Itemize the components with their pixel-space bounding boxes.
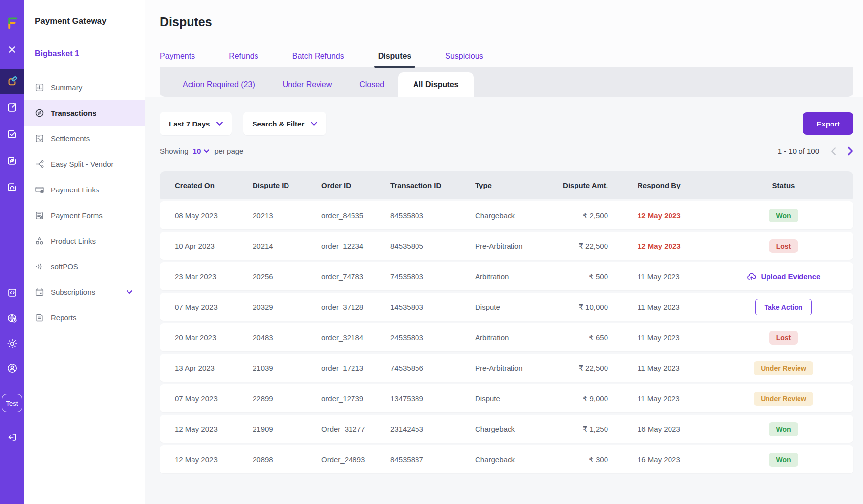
gear-icon[interactable]: [0, 337, 24, 350]
subtab-closed[interactable]: Closed: [359, 72, 384, 97]
subtab-all-disputes[interactable]: All Disputes: [398, 72, 473, 97]
search-filter-button[interactable]: Search & Filter: [243, 112, 326, 135]
prev-page-icon[interactable]: [831, 147, 836, 156]
page-header: Disputes PaymentsRefundsBatch RefundsDis…: [145, 0, 863, 97]
sidebar-item-payment-links[interactable]: Payment Links: [24, 177, 145, 202]
sidebar-item-reports[interactable]: Reports: [24, 305, 145, 330]
per-page-label: per page: [214, 147, 243, 155]
table-header: Created On Dispute ID Order ID Transacti…: [160, 171, 853, 199]
take-action-button[interactable]: Take Action: [755, 299, 812, 315]
logout-icon[interactable]: [0, 431, 24, 443]
table-row[interactable]: 13 Apr 202321039order_1721374535856Pre-A…: [160, 354, 853, 382]
table-row[interactable]: 10 Apr 202320214order_1223484535805Pre-A…: [160, 232, 853, 260]
tab-suspicious[interactable]: Suspicious: [445, 52, 483, 67]
cell-type: Dispute: [475, 394, 561, 403]
status-badge-won: Won: [769, 453, 798, 467]
subtab-under-review[interactable]: Under Review: [283, 72, 332, 97]
brand-logo: [0, 14, 24, 32]
clipboard-code-icon[interactable]: [0, 286, 24, 299]
table-row[interactable]: 12 May 202320898Order_2489384535837Charg…: [160, 445, 853, 473]
date-range-filter[interactable]: Last 7 Days: [160, 112, 232, 135]
card-icon: [35, 185, 44, 194]
cell-created-on: 08 May 2023: [175, 211, 253, 220]
cell-dispute-id: 20213: [253, 211, 321, 220]
user-circle-icon[interactable]: [0, 362, 24, 375]
sidebar-item-label: Payment Forms: [51, 211, 103, 220]
sidebar-item-subscriptions[interactable]: Subscriptions: [24, 279, 145, 305]
cell-dispute-id: 20214: [253, 242, 321, 250]
cell-transaction-id: 84535837: [390, 455, 475, 464]
table-row[interactable]: 07 May 202320329order_3712814535803Dispu…: [160, 293, 853, 321]
cell-transaction-id: 13475389: [390, 394, 475, 403]
tab-refunds[interactable]: Refunds: [229, 52, 258, 67]
table-row[interactable]: 20 Mar 202320483order_3218424535803Arbit…: [160, 323, 853, 351]
share-square-icon[interactable]: [0, 101, 24, 114]
clipboard-sync-icon[interactable]: [0, 154, 24, 167]
main-content: Disputes PaymentsRefundsBatch RefundsDis…: [145, 0, 863, 504]
cell-order-id: Order_31277: [321, 425, 390, 433]
page-size-dropdown[interactable]: 10: [193, 147, 210, 155]
table-row[interactable]: 23 Mar 202320256order_7478374535803Arbit…: [160, 262, 853, 290]
cell-created-on: 13 Apr 2023: [175, 364, 253, 372]
sidebar-item-settlements[interactable]: Settlements: [24, 126, 145, 151]
tab-batch-refunds[interactable]: Batch Refunds: [292, 52, 344, 67]
list-controls: Showing 10 per page 1 - 10 of 100: [160, 146, 853, 156]
split-icon: [35, 159, 44, 169]
showing-label: Showing: [160, 147, 189, 155]
cell-respond-by: 12 May 2023: [608, 242, 714, 250]
cell-respond-by: 11 May 2023: [608, 394, 714, 403]
chevron-down-icon: [216, 121, 223, 126]
globe-time-icon[interactable]: [0, 312, 24, 324]
table-row[interactable]: 07 May 202322899order_1273913475389Dispu…: [160, 384, 853, 412]
transactions-icon: [35, 108, 44, 118]
tab-disputes[interactable]: Disputes: [378, 52, 412, 67]
status-badge-review: Under Review: [754, 361, 813, 375]
sidebar-item-summary[interactable]: Summary: [24, 74, 145, 100]
cell-transaction-id: 74535803: [390, 272, 475, 281]
payments-edit-icon[interactable]: [0, 69, 24, 94]
cell-dispute-amount: ₹ 9,000: [561, 394, 608, 403]
cell-dispute-amount: ₹ 22,500: [561, 242, 608, 251]
cell-dispute-id: 21039: [253, 364, 321, 372]
tab-payments[interactable]: Payments: [160, 52, 195, 67]
cell-dispute-amount: ₹ 650: [561, 333, 608, 342]
sidebar-item-product-links[interactable]: Product Links: [24, 228, 145, 253]
form-icon: [35, 211, 44, 220]
cell-status: Lost: [714, 331, 853, 345]
cell-respond-by: 11 May 2023: [608, 303, 714, 311]
cell-type: Arbitration: [475, 333, 561, 342]
sidebar-item-softpos[interactable]: softPOS: [24, 253, 145, 279]
subtab-action-required-23[interactable]: Action Required (23): [183, 72, 255, 97]
table-row[interactable]: 08 May 202320213order_8453584535803Charg…: [160, 201, 853, 229]
top-tabs: PaymentsRefundsBatch RefundsDisputesSusp…: [160, 52, 853, 67]
icon-rail: Test: [0, 0, 24, 504]
cell-respond-by: 16 May 2023: [608, 455, 714, 464]
cell-order-id: order_12739: [321, 394, 390, 403]
doc-home-icon[interactable]: [0, 181, 24, 193]
export-button[interactable]: Export: [803, 112, 853, 135]
upload-evidence-link[interactable]: Upload Evidence: [747, 272, 821, 282]
sidebar-item-easy-split-vendor[interactable]: Easy Split - Vendor: [24, 151, 145, 177]
cell-dispute-amount: ₹ 22,500: [561, 364, 608, 373]
cell-dispute-amount: ₹ 2,500: [561, 211, 608, 220]
cell-order-id: order_12234: [321, 242, 390, 250]
contactless-icon: [35, 262, 44, 271]
disputes-table: Created On Dispute ID Order ID Transacti…: [160, 171, 853, 473]
next-page-icon[interactable]: [847, 146, 853, 156]
sidebar-item-transactions[interactable]: Transactions: [24, 100, 145, 126]
test-mode-button[interactable]: Test: [2, 394, 22, 412]
cell-status: Won: [714, 209, 853, 222]
merchant-name[interactable]: Bigbasket 1: [35, 49, 79, 58]
cell-dispute-id: 20898: [253, 455, 321, 464]
search-filter-label: Search & Filter: [252, 120, 304, 128]
sidebar-item-payment-forms[interactable]: Payment Forms: [24, 202, 145, 228]
clipboard-check-icon[interactable]: [0, 127, 24, 140]
cell-type: Arbitration: [475, 272, 561, 281]
settlements-icon: [35, 134, 44, 143]
table-row[interactable]: 12 May 202321909Order_3127723142453Charg…: [160, 415, 853, 443]
cell-status: Under Review: [714, 361, 853, 375]
close-icon[interactable]: [0, 43, 24, 55]
cell-dispute-id: 22899: [253, 394, 321, 403]
product-title: Payment Gateway: [35, 16, 107, 26]
chevron-down-icon: [126, 290, 133, 294]
